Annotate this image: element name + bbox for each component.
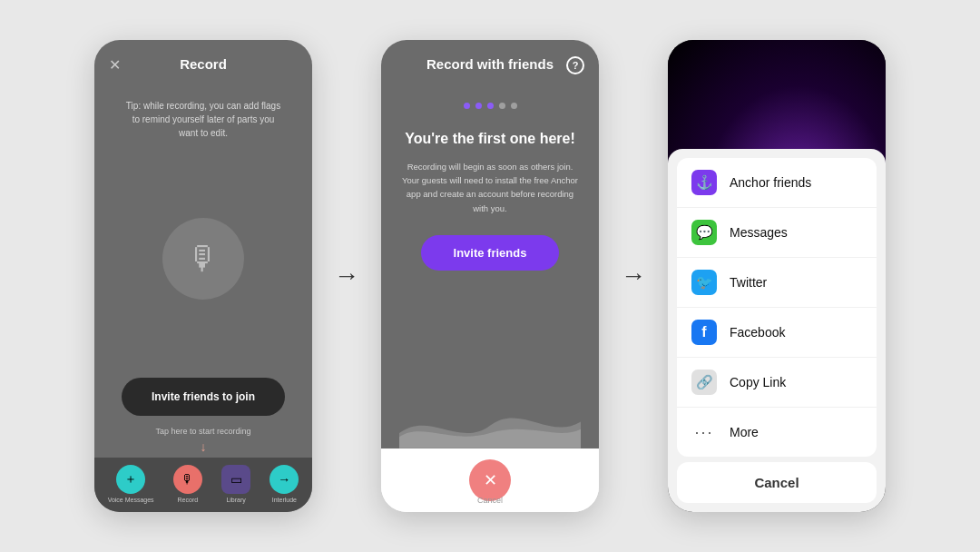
share-label-anchor: Anchor friends (730, 175, 811, 190)
progress-dot (499, 103, 505, 109)
messages-icon: 💬 (691, 220, 717, 245)
screen2-title: Record with friends (426, 56, 554, 72)
progress-dot (464, 103, 470, 109)
interlude-icon: → (270, 465, 299, 494)
share-label-messages: Messages (730, 225, 788, 240)
help-button[interactable]: ? (566, 56, 584, 74)
screen2-heading: You're the first one here! (405, 131, 575, 147)
arrow-2: → (621, 261, 646, 291)
tap-hint: Tap here to start recording (94, 427, 312, 436)
library-icon: ▭ (221, 465, 250, 494)
nav-item-voice-messages[interactable]: ＋ Voice Messages (108, 465, 154, 503)
progress-dot (511, 103, 517, 109)
phone-screen1: ✕ Record Tip: while recording, you can a… (94, 40, 312, 512)
cancel-label: Cancel (477, 496, 503, 505)
share-label-facebook: Facebook (730, 325, 785, 340)
invite-friends-button[interactable]: Invite friends (421, 235, 560, 271)
close-button[interactable]: ✕ (109, 56, 121, 74)
share-label-more: More (730, 425, 759, 439)
nav-label-record: Record (178, 497, 199, 503)
share-list: ⚓ Anchor friends 💬 Messages 🐦 Twitter f … (677, 158, 877, 457)
tap-arrow-icon: ↓ (94, 439, 312, 454)
share-item-copy-link[interactable]: 🔗 Copy Link (677, 358, 877, 408)
share-item-facebook[interactable]: f Facebook (677, 308, 877, 358)
progress-dot (487, 103, 494, 109)
screen2-footer: ✕ Cancel (381, 448, 599, 512)
phone-screen2: Record with friends ? You're the first o… (381, 40, 599, 512)
screen1-header: ✕ Record (94, 40, 312, 81)
share-sheet: ⚓ Anchor friends 💬 Messages 🐦 Twitter f … (668, 149, 886, 512)
nav-label-voice-messages: Voice Messages (108, 497, 154, 503)
microphone-icon: 🎙 (187, 240, 220, 278)
invite-friends-to-join-button[interactable]: Invite friends to join (122, 378, 285, 416)
progress-dot (475, 103, 482, 109)
screen1-title: Record (180, 56, 227, 72)
nav-label-library: Library (226, 497, 245, 503)
mic-area: 🎙 (94, 140, 312, 378)
nav-item-library[interactable]: ▭ Library (221, 465, 250, 503)
phone-screen3: ⚓ Anchor friends 💬 Messages 🐦 Twitter f … (668, 40, 886, 512)
facebook-icon: f (691, 320, 717, 345)
anchor-icon: ⚓ (691, 170, 717, 195)
share-item-more[interactable]: ··· More (677, 408, 877, 457)
share-item-anchor[interactable]: ⚓ Anchor friends (677, 158, 877, 208)
more-icon: ··· (691, 419, 717, 445)
screen1-tip: Tip: while recording, you can add flags … (94, 81, 312, 140)
nav-label-interlude: Interlude (272, 497, 297, 503)
nav-item-record[interactable]: 🎙 Record (173, 465, 202, 503)
share-label-copy-link: Copy Link (730, 375, 786, 389)
share-item-twitter[interactable]: 🐦 Twitter (677, 258, 877, 308)
share-item-messages[interactable]: 💬 Messages (677, 208, 877, 258)
voice-messages-icon: ＋ (116, 465, 145, 494)
nav-item-interlude[interactable]: → Interlude (270, 465, 299, 503)
wave-area (399, 289, 581, 448)
screen2-body: You're the first one here! Recording wil… (381, 84, 599, 448)
arrow-1: → (334, 261, 359, 291)
record-icon: 🎙 (173, 465, 202, 494)
screen2-header: Record with friends ? (381, 40, 599, 84)
link-icon: 🔗 (691, 370, 717, 395)
screen2-description: Recording will begin as soon as others j… (399, 160, 581, 215)
mic-circle: 🎙 (162, 218, 244, 300)
share-label-twitter: Twitter (730, 275, 767, 290)
screens-container: ✕ Record Tip: while recording, you can a… (0, 0, 980, 552)
twitter-icon: 🐦 (691, 270, 717, 295)
cancel-sheet-button[interactable]: Cancel (677, 462, 877, 503)
progress-dots (464, 103, 517, 109)
bottom-nav: ＋ Voice Messages 🎙 Record ▭ Library → In… (94, 458, 312, 512)
